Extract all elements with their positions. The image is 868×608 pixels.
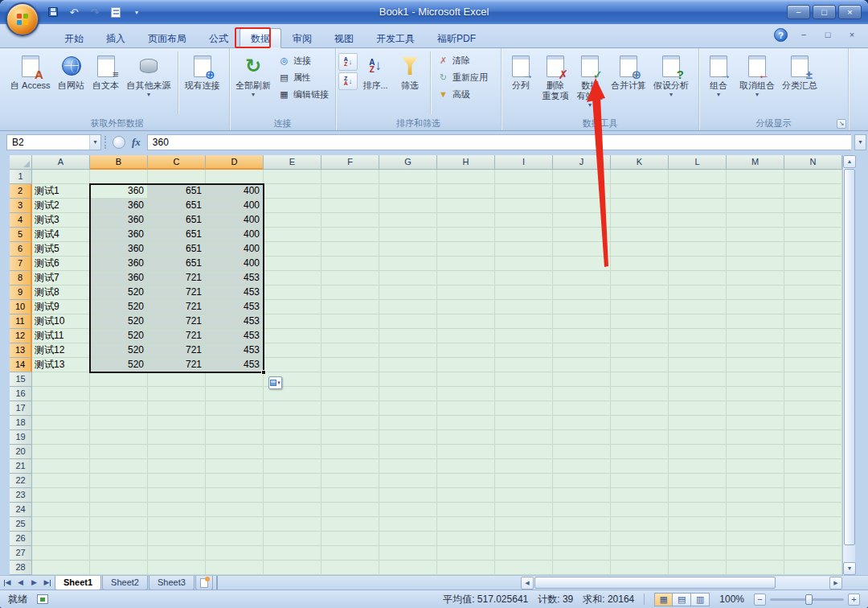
cell-H26[interactable] [437, 532, 495, 546]
row-header-25[interactable]: 25 [10, 517, 32, 532]
cell-L24[interactable] [669, 503, 727, 517]
cell-A19[interactable] [32, 430, 90, 445]
cell-L4[interactable] [669, 213, 727, 228]
cell-N3[interactable] [784, 199, 842, 213]
cell-A4[interactable]: 测试3 [32, 213, 90, 228]
cell-E22[interactable] [264, 474, 321, 488]
formula-bar-grip[interactable] [104, 136, 109, 149]
cell-M25[interactable] [727, 517, 784, 532]
cell-J18[interactable] [553, 416, 611, 430]
row-header-5[interactable]: 5 [10, 228, 32, 242]
cell-I21[interactable] [495, 459, 553, 474]
column-header-J[interactable]: J [553, 155, 611, 170]
cell-H24[interactable] [437, 503, 495, 517]
cell-G24[interactable] [379, 503, 437, 517]
cell-H28[interactable] [437, 561, 495, 575]
cell-J8[interactable] [553, 271, 611, 286]
cell-N12[interactable] [784, 329, 842, 343]
row-header-14[interactable]: 14 [10, 358, 32, 372]
cell-C1[interactable] [148, 170, 206, 184]
cell-M21[interactable] [727, 459, 784, 474]
workbook-restore-button[interactable]: □ [820, 29, 836, 41]
horizontal-scroll-thumb[interactable] [534, 577, 776, 589]
cell-C14[interactable]: 721 [148, 358, 206, 372]
cell-D20[interactable] [206, 445, 264, 459]
cell-L17[interactable] [669, 401, 727, 416]
cell-N8[interactable] [784, 271, 842, 286]
cell-M7[interactable] [727, 257, 784, 271]
cell-F13[interactable] [321, 343, 379, 358]
cell-M23[interactable] [727, 488, 784, 503]
row-header-21[interactable]: 21 [10, 459, 32, 474]
sort-descending-button[interactable]: ZA↓ [338, 72, 358, 90]
cell-I13[interactable] [495, 343, 553, 358]
existing-connections-button[interactable]: ⊕ 现有连接 [182, 50, 223, 117]
cell-M26[interactable] [727, 532, 784, 546]
cell-H9[interactable] [437, 286, 495, 300]
save-button[interactable] [45, 4, 61, 20]
cell-F24[interactable] [321, 503, 379, 517]
row-header-11[interactable]: 11 [10, 314, 32, 329]
cell-N1[interactable] [784, 170, 842, 184]
cell-D21[interactable] [206, 459, 264, 474]
cell-N4[interactable] [784, 213, 842, 228]
cell-G21[interactable] [379, 459, 437, 474]
cell-D8[interactable]: 453 [206, 271, 264, 286]
macro-record-icon[interactable] [37, 594, 48, 604]
cell-I8[interactable] [495, 271, 553, 286]
cell-A23[interactable] [32, 488, 90, 503]
cell-A5[interactable]: 测试4 [32, 228, 90, 242]
cell-N21[interactable] [784, 459, 842, 474]
cell-J26[interactable] [553, 532, 611, 546]
cell-L13[interactable] [669, 343, 727, 358]
cell-D5[interactable]: 400 [206, 228, 264, 242]
cell-J2[interactable] [553, 184, 611, 199]
cell-H19[interactable] [437, 430, 495, 445]
cell-J7[interactable] [553, 257, 611, 271]
cell-C10[interactable]: 721 [148, 300, 206, 314]
office-button[interactable] [6, 2, 39, 36]
cell-C12[interactable]: 721 [148, 329, 206, 343]
cell-K24[interactable] [611, 503, 669, 517]
cell-L5[interactable] [669, 228, 727, 242]
cell-A17[interactable] [32, 401, 90, 416]
cell-B14[interactable]: 520 [90, 358, 148, 372]
cell-H14[interactable] [437, 358, 495, 372]
close-button[interactable]: × [838, 5, 862, 19]
cell-K6[interactable] [611, 242, 669, 257]
normal-view-button[interactable]: ▦ [654, 593, 673, 606]
cell-C11[interactable]: 721 [148, 314, 206, 329]
cell-J9[interactable] [553, 286, 611, 300]
cell-B5[interactable]: 360 [90, 228, 148, 242]
cell-N22[interactable] [784, 474, 842, 488]
from-web-button[interactable]: 自网站 [55, 50, 88, 117]
text-to-columns-button[interactable]: → 分列 [504, 50, 538, 117]
cell-D19[interactable] [206, 430, 264, 445]
row-header-6[interactable]: 6 [10, 242, 32, 257]
cell-I4[interactable] [495, 213, 553, 228]
cell-J20[interactable] [553, 445, 611, 459]
cell-D14[interactable]: 453 [206, 358, 264, 372]
cell-B27[interactable] [90, 546, 148, 561]
cell-A7[interactable]: 测试6 [32, 257, 90, 271]
cell-C13[interactable]: 721 [148, 343, 206, 358]
cell-D2[interactable]: 400 [206, 184, 264, 199]
cell-J6[interactable] [553, 242, 611, 257]
cell-F20[interactable] [321, 445, 379, 459]
cell-M6[interactable] [727, 242, 784, 257]
cell-D11[interactable]: 453 [206, 314, 264, 329]
cell-C7[interactable]: 651 [148, 257, 206, 271]
cell-I26[interactable] [495, 532, 553, 546]
cell-L28[interactable] [669, 561, 727, 575]
cell-I3[interactable] [495, 199, 553, 213]
cell-E2[interactable] [264, 184, 321, 199]
cell-J27[interactable] [553, 546, 611, 561]
cell-G6[interactable] [379, 242, 437, 257]
cell-M24[interactable] [727, 503, 784, 517]
cell-H17[interactable] [437, 401, 495, 416]
cell-E20[interactable] [264, 445, 321, 459]
cell-E4[interactable] [264, 213, 321, 228]
cell-K4[interactable] [611, 213, 669, 228]
zoom-level[interactable]: 100% [719, 594, 744, 605]
cell-C22[interactable] [148, 474, 206, 488]
